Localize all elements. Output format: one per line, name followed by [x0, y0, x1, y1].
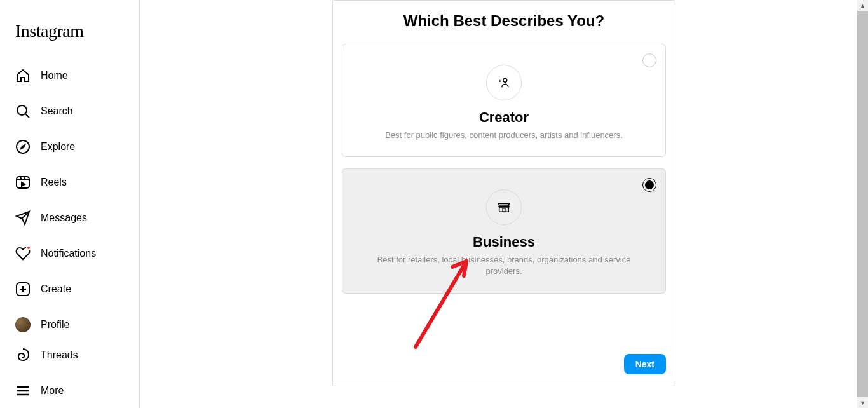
radio-business[interactable]: [642, 178, 656, 192]
avatar-icon: [15, 317, 31, 332]
svg-point-0: [17, 105, 27, 115]
nav-search[interactable]: Search: [8, 96, 132, 126]
brand-logo[interactable]: Instagram: [8, 5, 132, 51]
business-icon: [486, 189, 522, 225]
nav-label: Search: [41, 105, 73, 117]
nav-explore[interactable]: Explore: [8, 132, 132, 162]
option-description: Best for public figures, content produce…: [377, 130, 631, 141]
nav-more[interactable]: More: [8, 376, 132, 406]
main-content: Which Best Describes You? Creator Best f…: [140, 0, 868, 408]
home-icon: [15, 68, 31, 83]
scroll-down-button[interactable]: ▼: [857, 397, 868, 408]
nav-profile[interactable]: Profile: [8, 309, 132, 340]
scrollbar[interactable]: ▲ ▼: [857, 0, 868, 408]
nav-label: Threads: [41, 350, 78, 361]
search-icon: [15, 104, 31, 119]
plus-icon: [15, 282, 31, 297]
compass-icon: [15, 139, 31, 154]
radio-creator[interactable]: [642, 53, 656, 67]
next-button[interactable]: Next: [624, 354, 666, 374]
nav-label: Home: [41, 70, 68, 81]
nav-messages[interactable]: Messages: [8, 203, 132, 233]
menu-icon: [15, 383, 31, 398]
scroll-thumb[interactable]: [857, 11, 868, 397]
card-title: Which Best Describes You?: [342, 12, 666, 30]
option-title: Creator: [355, 109, 653, 126]
threads-icon: [15, 348, 31, 363]
svg-rect-4: [17, 177, 29, 188]
nav-label: Profile: [41, 319, 69, 330]
sidebar-footer: Threads More: [8, 340, 132, 406]
svg-point-17: [503, 78, 507, 82]
nav-home[interactable]: Home: [8, 60, 132, 91]
option-business[interactable]: Business Best for retailers, local busin…: [342, 168, 666, 293]
option-description: Best for retailers, local businesses, br…: [377, 254, 631, 277]
nav-notifications[interactable]: Notifications: [8, 238, 132, 269]
nav-threads[interactable]: Threads: [8, 340, 132, 371]
scroll-up-button[interactable]: ▲: [857, 0, 868, 11]
nav-reels[interactable]: Reels: [8, 167, 132, 198]
option-creator[interactable]: Creator Best for public figures, content…: [342, 44, 666, 157]
nav-label: Notifications: [41, 248, 96, 259]
notification-badge: [26, 245, 31, 250]
nav-label: Explore: [41, 141, 75, 153]
nav-label: Create: [41, 283, 71, 295]
option-title: Business: [355, 234, 653, 250]
nav-label: Reels: [41, 177, 67, 188]
nav-label: More: [41, 385, 64, 397]
radio-inner: [645, 180, 654, 189]
reels-icon: [15, 175, 31, 190]
sidebar: Instagram Home Search Explore Reels: [0, 0, 140, 408]
creator-icon: [486, 65, 522, 100]
svg-marker-3: [21, 145, 25, 149]
svg-line-1: [26, 114, 30, 118]
nav-label: Messages: [41, 212, 87, 224]
avatar: [15, 317, 31, 332]
heart-icon: [15, 246, 31, 261]
svg-marker-8: [22, 182, 25, 186]
send-icon: [15, 210, 31, 226]
svg-rect-18: [503, 208, 505, 212]
account-type-card: Which Best Describes You? Creator Best f…: [332, 0, 675, 386]
primary-nav: Home Search Explore Reels Messages: [8, 60, 132, 340]
nav-create[interactable]: Create: [8, 274, 132, 304]
